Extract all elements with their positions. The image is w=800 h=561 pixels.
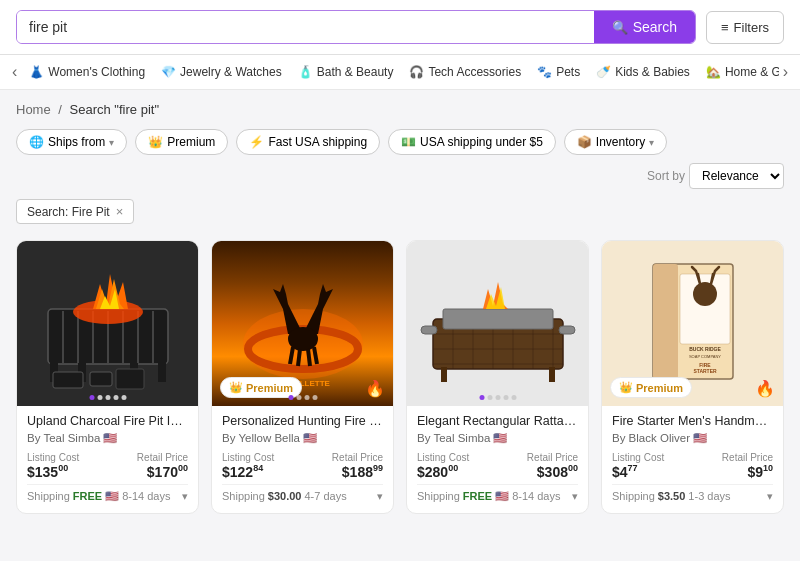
usa-under5-label: USA shipping under $5 bbox=[420, 135, 543, 149]
svg-rect-45 bbox=[653, 264, 678, 379]
tech-icon: 🎧 bbox=[409, 65, 424, 79]
ship-days-3: 8-14 days bbox=[512, 490, 560, 502]
globe-icon: 🌐 bbox=[29, 135, 44, 149]
listing-price-2: $12284 bbox=[222, 463, 274, 480]
nav-next-button[interactable]: › bbox=[779, 55, 792, 89]
image-dots-2 bbox=[288, 395, 317, 400]
svg-rect-41 bbox=[549, 367, 555, 382]
pets-icon: 🐾 bbox=[537, 65, 552, 79]
premium-badge-label: Premium bbox=[246, 382, 293, 394]
shipping-cost-1: FREE bbox=[73, 490, 102, 502]
svg-line-23 bbox=[298, 349, 300, 366]
active-filters: Search: Fire Pit × bbox=[0, 195, 800, 232]
ship-days-4: 1-3 days bbox=[688, 490, 730, 502]
shipping-label-3: Shipping bbox=[417, 490, 460, 502]
product-info-3: Elegant Rectangular Rattan Fire ... By T… bbox=[407, 406, 588, 513]
inventory-filter[interactable]: 📦 Inventory ▾ bbox=[564, 129, 667, 155]
seller-name-4: By Black Oliver bbox=[612, 432, 690, 444]
shipping-row-4[interactable]: Shipping $3.50 1-3 days ▾ bbox=[612, 484, 773, 503]
starter-svg: BUCK RIDGE SOAP COMPANY FIRE STARTER bbox=[628, 249, 758, 399]
nav-prev-button[interactable]: ‹ bbox=[8, 55, 21, 89]
svg-point-47 bbox=[693, 282, 717, 306]
search-input[interactable] bbox=[17, 11, 594, 43]
shipping-cost-3: FREE bbox=[463, 490, 492, 502]
filter-button[interactable]: ≡ Filters bbox=[706, 11, 784, 44]
product-card-2[interactable]: LA FOLLETTE 👑 Premium 🔥 Personalized Hun… bbox=[211, 240, 394, 514]
listing-label-2: Listing Cost bbox=[222, 452, 274, 463]
ships-from-label: Ships from bbox=[48, 135, 105, 149]
shipping-cost-2: $30.00 bbox=[268, 490, 302, 502]
svg-rect-2 bbox=[158, 362, 166, 382]
shipping-row-1[interactable]: Shipping FREE 🇺🇸 8-14 days ▾ bbox=[27, 484, 188, 503]
jewelry-icon: 💎 bbox=[161, 65, 176, 79]
listing-price-col-1: Listing Cost $13500 bbox=[27, 452, 79, 480]
hot-icon-2: 🔥 bbox=[365, 379, 385, 398]
chevron-down-icon: ▾ bbox=[109, 137, 114, 148]
ship-arrow-4: ▾ bbox=[767, 490, 773, 503]
product-card-3[interactable]: Elegant Rectangular Rattan Fire ... By T… bbox=[406, 240, 589, 514]
shipping-row-2[interactable]: Shipping $30.00 4-7 days ▾ bbox=[222, 484, 383, 503]
usa-under5-filter[interactable]: 💵 USA shipping under $5 bbox=[388, 129, 556, 155]
product-card-1[interactable]: Upland Charcoal Fire Pit Ice Pit ... By … bbox=[16, 240, 199, 514]
seller-name-2: By Yellow Bella bbox=[222, 432, 300, 444]
nav-item-home[interactable]: 🏡 Home & Garden bbox=[698, 55, 779, 89]
fast-usa-filter[interactable]: ⚡ Fast USA shipping bbox=[236, 129, 380, 155]
retail-price-1: $17000 bbox=[137, 463, 188, 480]
nav-item-jewelry[interactable]: 💎 Jewelry & Watches bbox=[153, 55, 290, 89]
kids-icon: 🍼 bbox=[596, 65, 611, 79]
breadcrumb-home[interactable]: Home bbox=[16, 102, 51, 117]
shipping-label-1: Shipping bbox=[27, 490, 70, 502]
nav-item-womens[interactable]: 👗 Women's Clothing bbox=[21, 55, 153, 89]
retail-price-col-4: Retail Price $910 bbox=[722, 452, 773, 480]
product-title-1: Upland Charcoal Fire Pit Ice Pit ... bbox=[27, 414, 188, 428]
retail-price-3: $30800 bbox=[527, 463, 578, 480]
svg-rect-40 bbox=[441, 367, 447, 382]
search-button[interactable]: 🔍 Search bbox=[594, 11, 695, 43]
sort-select[interactable]: Relevance bbox=[689, 163, 784, 189]
product-card-4[interactable]: BUCK RIDGE SOAP COMPANY FIRE STARTER 👑 P… bbox=[601, 240, 784, 514]
listing-price-3: $28000 bbox=[417, 463, 469, 480]
nav-item-kids[interactable]: 🍼 Kids & Babies bbox=[588, 55, 698, 89]
svg-line-24 bbox=[308, 349, 310, 366]
ship-flag-3: 🇺🇸 bbox=[495, 490, 509, 503]
home-icon: 🏡 bbox=[706, 65, 721, 79]
image-dots-1 bbox=[89, 395, 126, 400]
price-row-3: Listing Cost $28000 Retail Price $30800 bbox=[417, 452, 578, 480]
search-wrap: 🔍 Search bbox=[16, 10, 696, 44]
retail-price-2: $18899 bbox=[332, 463, 383, 480]
listing-label-1: Listing Cost bbox=[27, 452, 79, 463]
retail-price-col-2: Retail Price $18899 bbox=[332, 452, 383, 480]
listing-price-4: $477 bbox=[612, 463, 664, 480]
fast-icon: ⚡ bbox=[249, 135, 264, 149]
svg-text:SOAP COMPANY: SOAP COMPANY bbox=[688, 354, 720, 359]
seller-name-1: By Teal Simba bbox=[27, 432, 100, 444]
svg-rect-17 bbox=[90, 372, 112, 386]
seller-row-2: By Yellow Bella 🇺🇸 bbox=[222, 431, 383, 445]
seller-flag-2: 🇺🇸 bbox=[303, 431, 317, 445]
shipping-row-3[interactable]: Shipping FREE 🇺🇸 8-14 days ▾ bbox=[417, 484, 578, 503]
filters-bar: 🌐 Ships from ▾ 👑 Premium ⚡ Fast USA ship… bbox=[0, 123, 800, 195]
retail-price-4: $910 bbox=[722, 463, 773, 480]
nav-item-pets[interactable]: 🐾 Pets bbox=[529, 55, 588, 89]
shipping-label-2: Shipping bbox=[222, 490, 265, 502]
retail-price-col-1: Retail Price $17000 bbox=[137, 452, 188, 480]
bath-icon: 🧴 bbox=[298, 65, 313, 79]
nav-item-tech[interactable]: 🎧 Tech Accessories bbox=[401, 55, 529, 89]
ship-arrow-3: ▾ bbox=[572, 490, 578, 503]
premium-filter[interactable]: 👑 Premium bbox=[135, 129, 228, 155]
product-grid: Upland Charcoal Fire Pit Ice Pit ... By … bbox=[0, 232, 800, 534]
header: 🔍 Search ≡ Filters bbox=[0, 0, 800, 55]
ship-days-2: 4-7 days bbox=[304, 490, 346, 502]
product-image-3 bbox=[407, 241, 588, 406]
listing-price-col-4: Listing Cost $477 bbox=[612, 452, 664, 480]
seller-row-3: By Teal Simba 🇺🇸 bbox=[417, 431, 578, 445]
active-search-tag: Search: Fire Pit × bbox=[16, 199, 134, 224]
ships-from-filter[interactable]: 🌐 Ships from ▾ bbox=[16, 129, 127, 155]
sort-label: Sort by bbox=[647, 169, 685, 183]
retail-label-3: Retail Price bbox=[527, 452, 578, 463]
svg-rect-39 bbox=[559, 326, 575, 334]
nav-item-bath[interactable]: 🧴 Bath & Beauty bbox=[290, 55, 402, 89]
close-icon[interactable]: × bbox=[116, 204, 124, 219]
womens-icon: 👗 bbox=[29, 65, 44, 79]
listing-price-1: $13500 bbox=[27, 463, 79, 480]
